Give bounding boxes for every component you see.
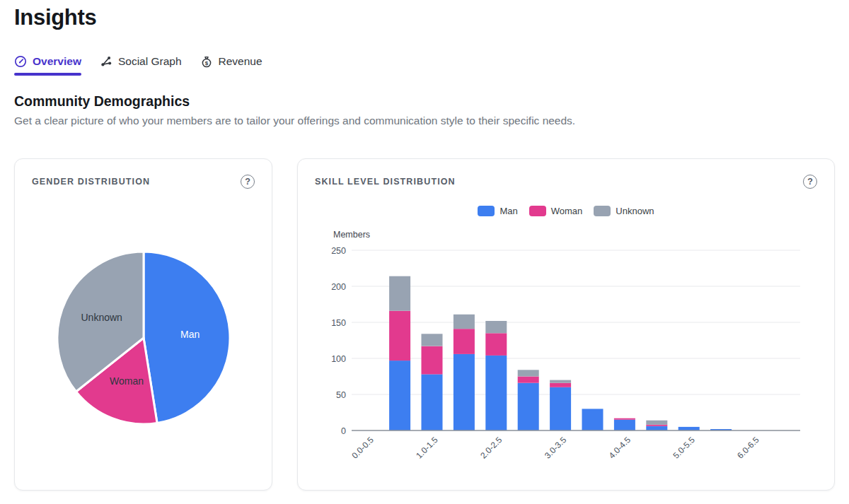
demographics-cards: GENDER DISTRIBUTION ? ManWomanUnknown SK… [14,158,835,491]
y-tick-label: 250 [331,246,346,256]
chart-legend: Man Woman Unknown [315,206,817,216]
bar-segment-unknown[interactable] [454,315,475,329]
tab-label: Social Graph [118,55,182,68]
bar-segment-woman[interactable] [454,329,475,354]
y-tick-label: 100 [331,354,346,364]
x-tick-label: 3.0-3.5 [543,435,569,461]
bar-segment-man[interactable] [518,383,539,430]
pie-slice-label: Unknown [81,312,122,323]
y-axis-title: Members [333,230,370,240]
pie-chart-container: ManWomanUnknown [32,250,255,426]
tab-social-graph[interactable]: Social Graph [100,57,182,71]
y-tick-label: 150 [331,318,346,328]
legend-item-man[interactable]: Man [478,206,517,216]
legend-label: Man [499,206,517,216]
tab-label: Overview [33,55,81,68]
section-title: Community Demographics [14,93,835,110]
bar-segment-woman[interactable] [646,425,667,426]
bar-chart-container: 050100150200250Members0.0-0.51.0-1.52.0-… [315,225,817,468]
bar-segment-man[interactable] [422,374,443,430]
skill-bar-chart: 050100150200250Members0.0-0.51.0-1.52.0-… [315,225,810,465]
y-tick-label: 50 [336,390,346,400]
bar-segment-unknown[interactable] [422,334,443,346]
bar-segment-man[interactable] [389,361,410,430]
tab-bar: Overview Social Graph $ [14,57,835,71]
bar-segment-man[interactable] [582,409,603,430]
legend-label: Unknown [616,206,654,216]
legend-item-unknown[interactable]: Unknown [594,206,654,216]
insights-page: Insights Overview [0,4,849,491]
bar-segment-man[interactable] [646,426,667,430]
x-tick-label: 1.0-1.5 [414,435,440,461]
bar-segment-woman[interactable] [518,377,539,383]
bar-segment-man[interactable] [485,356,507,430]
bar-segment-man[interactable] [614,420,635,430]
legend-swatch-man [478,206,495,216]
bar-segment-man[interactable] [454,354,475,430]
card-title: SKILL LEVEL DISTRIBUTION [315,177,456,187]
social-graph-icon [100,55,112,68]
legend-label: Woman [551,206,583,216]
bar-segment-unknown[interactable] [646,421,667,425]
page-title: Insights [14,4,835,31]
money-bag-icon: $ [200,55,213,68]
bar-segment-woman[interactable] [614,418,635,420]
tab-label: Revenue [219,55,262,68]
bar-segment-woman[interactable] [389,311,410,361]
x-tick-label: 6.0-6.5 [735,435,761,461]
bar-segment-unknown[interactable] [518,370,539,376]
tab-overview[interactable]: Overview [14,57,81,71]
bar-segment-man[interactable] [550,387,571,430]
card-title: GENDER DISTRIBUTION [32,177,150,187]
y-tick-label: 0 [341,426,346,436]
tab-revenue[interactable]: $ Revenue [200,57,262,71]
card-header: SKILL LEVEL DISTRIBUTION ? [315,175,817,189]
bar-segment-unknown[interactable] [389,276,410,311]
x-tick-label: 0.0-0.5 [350,435,376,461]
bar-segment-unknown[interactable] [550,380,571,383]
gender-pie-chart: ManWomanUnknown [55,250,232,426]
x-tick-label: 4.0-4.5 [607,435,633,461]
legend-swatch-woman [529,206,546,216]
help-icon[interactable]: ? [803,175,817,189]
card-header: GENDER DISTRIBUTION ? [32,175,255,189]
legend-swatch-unknown [594,206,611,216]
legend-item-woman[interactable]: Woman [529,206,583,216]
y-tick-label: 200 [331,282,346,292]
x-tick-label: 5.0-5.5 [671,435,698,461]
section-subtitle: Get a clear picture of who your members … [14,115,835,127]
bar-segment-man[interactable] [678,427,700,430]
pie-slice-label: Woman [110,375,144,387]
bar-segment-woman[interactable] [485,333,507,356]
gender-distribution-card: GENDER DISTRIBUTION ? ManWomanUnknown [14,158,272,491]
gauge-icon [14,55,27,68]
skill-level-distribution-card: SKILL LEVEL DISTRIBUTION ? Man Woman Unk… [297,158,835,491]
bar-segment-woman[interactable] [550,383,571,387]
help-icon[interactable]: ? [241,175,255,189]
pie-slice-label: Man [180,329,200,340]
bar-segment-unknown[interactable] [485,321,507,333]
svg-text:$: $ [204,59,208,66]
bar-segment-woman[interactable] [422,346,443,375]
x-tick-label: 2.0-2.5 [478,435,504,461]
